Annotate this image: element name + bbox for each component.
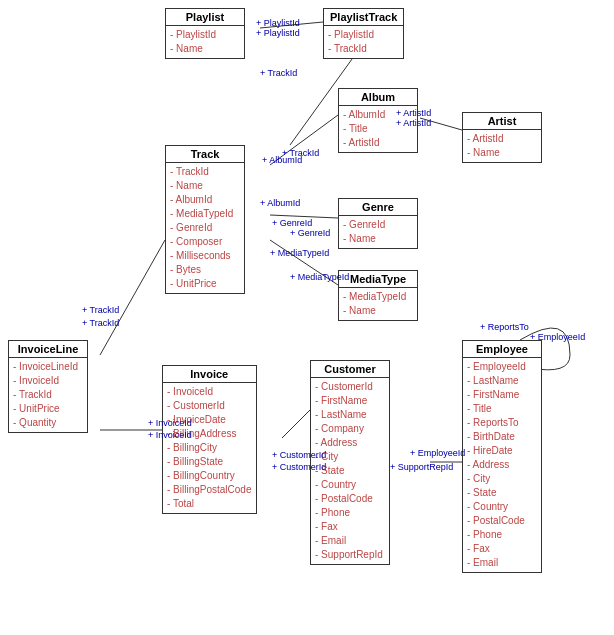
entity-title-customer: Customer — [311, 361, 389, 378]
field-fax: Fax — [315, 520, 385, 534]
field-mediatypeid: MediaTypeId — [170, 207, 240, 221]
field-country: Country — [315, 478, 385, 492]
entity-fields-artist: ArtistIdName — [463, 130, 541, 162]
entity-fields-invoice: InvoiceIdCustomerIdInvoiceDateBillingAdd… — [163, 383, 256, 513]
field-birthdate: BirthDate — [467, 430, 537, 444]
field-genreid: GenreId — [170, 221, 240, 235]
svg-line-8 — [282, 410, 310, 438]
field-milliseconds: Milliseconds — [170, 249, 240, 263]
rel-label-6: + ArtistId — [396, 108, 431, 118]
field-artistid: ArtistId — [343, 136, 413, 150]
entity-fields-employee: EmployeeIdLastNameFirstNameTitleReportsT… — [463, 358, 541, 572]
field-phone: Phone — [467, 528, 537, 542]
entity-employee: EmployeeEmployeeIdLastNameFirstNameTitle… — [462, 340, 542, 573]
entity-title-album: Album — [339, 89, 417, 106]
field-billingpostalcode: BillingPostalCode — [167, 483, 252, 497]
field-fax: Fax — [467, 542, 537, 556]
rel-label-12: + TrackId — [82, 305, 119, 315]
field-postalcode: PostalCode — [315, 492, 385, 506]
entity-fields-mediatype: MediaTypeIdName — [339, 288, 417, 320]
field-state: State — [467, 486, 537, 500]
field-address: Address — [315, 436, 385, 450]
field-genreid: GenreId — [343, 218, 413, 232]
field-artistid: ArtistId — [467, 132, 537, 146]
rel-label-20: + ReportsTo — [480, 322, 529, 332]
entity-title-invoice: Invoice — [163, 366, 256, 383]
field-trackid: TrackId — [13, 388, 83, 402]
rel-label-18: + EmployeeId — [410, 448, 465, 458]
entity-fields-playlisttrack: PlaylistIdTrackId — [324, 26, 403, 58]
field-trackid: TrackId — [170, 165, 240, 179]
field-hiredate: HireDate — [467, 444, 537, 458]
field-customerid: CustomerId — [167, 399, 252, 413]
entity-title-mediatype: MediaType — [339, 271, 417, 288]
field-albumid: AlbumId — [170, 193, 240, 207]
field-employeeid: EmployeeId — [467, 360, 537, 374]
field-composer: Composer — [170, 235, 240, 249]
field-city: City — [467, 472, 537, 486]
entity-genre: GenreGenreIdName — [338, 198, 418, 249]
field-billingstate: BillingState — [167, 455, 252, 469]
rel-label-13: + TrackId — [82, 318, 119, 328]
rel-label-0: + PlaylistId — [256, 18, 300, 28]
entity-title-genre: Genre — [339, 199, 417, 216]
field-name: Name — [170, 179, 240, 193]
field-name: Name — [343, 304, 413, 318]
field-lastname: LastName — [467, 374, 537, 388]
field-playlistid: PlaylistId — [170, 28, 240, 42]
field-quantity: Quantity — [13, 416, 83, 430]
rel-label-21: + EmployeeId — [530, 332, 585, 342]
field-supportrepid: SupportRepId — [315, 548, 385, 562]
field-billingcountry: BillingCountry — [167, 469, 252, 483]
field-name: Name — [467, 146, 537, 160]
field-title: Title — [467, 402, 537, 416]
field-bytes: Bytes — [170, 263, 240, 277]
field-billingcity: BillingCity — [167, 441, 252, 455]
field-company: Company — [315, 422, 385, 436]
field-firstname: FirstName — [467, 388, 537, 402]
entity-track: TrackTrackIdNameAlbumIdMediaTypeIdGenreI… — [165, 145, 245, 294]
rel-label-19: + SupportRepId — [390, 462, 453, 472]
rel-label-16: + CustomerId — [272, 450, 326, 460]
entity-fields-invoiceline: InvoiceLineIdInvoiceIdTrackIdUnitPriceQu… — [9, 358, 87, 432]
entity-fields-playlist: PlaylistIdName — [166, 26, 244, 58]
field-country: Country — [467, 500, 537, 514]
rel-label-11: + AlbumId — [260, 198, 300, 208]
field-invoicelineid: InvoiceLineId — [13, 360, 83, 374]
entity-title-invoiceline: InvoiceLine — [9, 341, 87, 358]
rel-label-7: + GenreId — [272, 218, 312, 228]
field-unitprice: UnitPrice — [13, 402, 83, 416]
rel-label-9: + MediaTypeId — [270, 248, 329, 258]
entity-artist: ArtistArtistIdName — [462, 112, 542, 163]
field-firstname: FirstName — [315, 394, 385, 408]
entity-title-track: Track — [166, 146, 244, 163]
field-address: Address — [467, 458, 537, 472]
field-invoiceid: InvoiceId — [13, 374, 83, 388]
field-lastname: LastName — [315, 408, 385, 422]
rel-label-8: + GenreId — [290, 228, 330, 238]
entity-title-playlist: Playlist — [166, 9, 244, 26]
field-reportsto: ReportsTo — [467, 416, 537, 430]
field-name: Name — [170, 42, 240, 56]
rel-label-17: + CustomerId — [272, 462, 326, 472]
field-phone: Phone — [315, 506, 385, 520]
entity-playlist: PlaylistPlaylistIdName — [165, 8, 245, 59]
field-invoiceid: InvoiceId — [167, 385, 252, 399]
field-name: Name — [343, 232, 413, 246]
diagram: PlaylistPlaylistIdNamePlaylistTrackPlayl… — [0, 0, 614, 635]
rel-label-2: + TrackId — [260, 68, 297, 78]
rel-label-5: + ArtistId — [396, 118, 431, 128]
field-postalcode: PostalCode — [467, 514, 537, 528]
entity-fields-track: TrackIdNameAlbumIdMediaTypeIdGenreIdComp… — [166, 163, 244, 293]
rel-label-4: + TrackId — [282, 148, 319, 158]
rel-label-14: + InvoiceId — [148, 418, 192, 428]
entity-fields-genre: GenreIdName — [339, 216, 417, 248]
field-customerid: CustomerId — [315, 380, 385, 394]
rel-label-15: + InvoiceId — [148, 430, 192, 440]
entity-title-playlisttrack: PlaylistTrack — [324, 9, 403, 26]
field-email: Email — [315, 534, 385, 548]
entity-invoiceline: InvoiceLineInvoiceLineIdInvoiceIdTrackId… — [8, 340, 88, 433]
field-mediatypeid: MediaTypeId — [343, 290, 413, 304]
entity-playlisttrack: PlaylistTrackPlaylistIdTrackId — [323, 8, 404, 59]
entity-title-employee: Employee — [463, 341, 541, 358]
